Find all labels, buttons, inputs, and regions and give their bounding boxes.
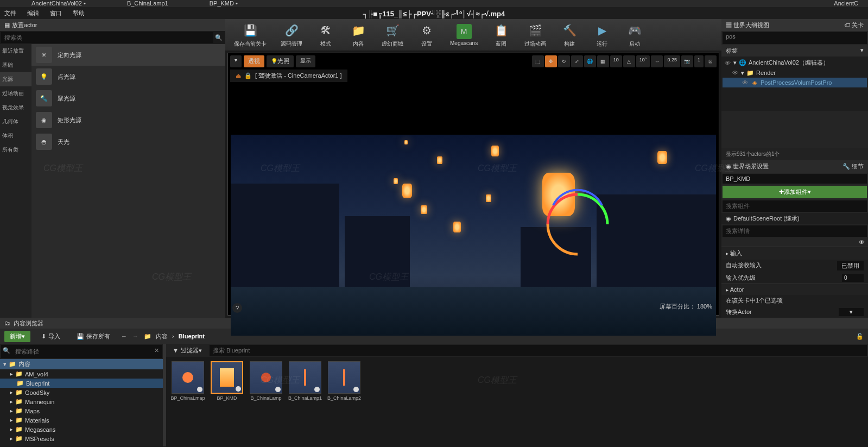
folder-goodsky[interactable]: ▸📁GoodSky: [0, 388, 163, 397]
chevron-icon[interactable]: ▾: [733, 59, 737, 66]
rotation-gizmo[interactable]: [537, 184, 618, 265]
chevron-icon[interactable]: ▸: [10, 389, 13, 396]
chevron-down-icon[interactable]: ▾: [860, 47, 864, 55]
megascans-button[interactable]: MMegascans: [446, 20, 482, 49]
chevron-icon[interactable]: ▾: [741, 70, 744, 77]
history-forward[interactable]: →: [132, 333, 138, 339]
history-back[interactable]: ←: [121, 333, 127, 339]
input-priority-field[interactable]: [842, 274, 864, 282]
folder-content[interactable]: ▾📁内容: [0, 359, 163, 369]
asset-b-chinalamp1[interactable]: B_ChinaLamp1: [288, 361, 322, 401]
world-settings-tab[interactable]: 世界场景设置: [733, 163, 769, 169]
chevron-icon[interactable]: ▸: [10, 426, 13, 433]
maximize-viewport[interactable]: ⊡: [705, 55, 717, 67]
sources-search[interactable]: [12, 345, 151, 358]
cinematics-button[interactable]: 🎬过场动画: [520, 20, 550, 49]
cat-volumes[interactable]: 体积: [0, 129, 31, 143]
camera-speed-icon[interactable]: 📷: [681, 55, 693, 67]
menu-window[interactable]: 窗口: [50, 9, 62, 17]
eject-icon[interactable]: ⏏: [236, 72, 241, 79]
play-button[interactable]: ▶运行: [588, 20, 616, 49]
content-button[interactable]: 📁内容: [345, 20, 372, 49]
asset-search[interactable]: [210, 345, 867, 356]
tree-world-item[interactable]: 👁▾🌐AncientChinaVol02（编辑器）: [723, 58, 867, 68]
details-tab[interactable]: 细节: [852, 163, 864, 169]
sky-light-item[interactable]: ◓天光: [31, 131, 225, 153]
place-actors-search[interactable]: [1, 32, 213, 43]
cat-vfx[interactable]: 视觉效果: [0, 100, 31, 115]
cat-all[interactable]: 所有类: [0, 143, 31, 157]
asset-bp-chinalmap[interactable]: BP_ChinaLmap: [170, 361, 205, 401]
asset-b-chinalamp[interactable]: B_ChinaLamp: [249, 361, 283, 401]
import-button[interactable]: ⬇ 导入: [36, 331, 66, 342]
source-control-button[interactable]: 🔗源码管理: [276, 20, 307, 49]
level-tab[interactable]: 关卡: [852, 22, 864, 28]
actor-section-header[interactable]: ▸ Actor: [721, 284, 868, 295]
marketplace-button[interactable]: 🛒虚幻商城: [377, 20, 408, 49]
filters-button[interactable]: ▼过滤器▾: [167, 345, 207, 356]
menu-file[interactable]: 文件: [4, 9, 16, 17]
folder-maps[interactable]: ▸📁Maps: [0, 406, 163, 415]
actor-name-field[interactable]: BP_KMD: [723, 174, 867, 184]
component-root[interactable]: ◉ DefaultSceneRoot (继承): [721, 213, 868, 224]
angle-snap-value[interactable]: 10°: [636, 55, 650, 67]
cat-recent[interactable]: 最近放置: [0, 44, 31, 58]
modes-button[interactable]: 🛠模式: [312, 20, 339, 49]
scale-snap-value[interactable]: 0.25: [664, 55, 680, 67]
viewport-options[interactable]: ▾: [230, 55, 242, 67]
tab-3[interactable]: BP_KMD •: [205, 0, 242, 7]
point-light-item[interactable]: 💡点光源: [31, 66, 225, 87]
grid-snap[interactable]: ▦: [597, 55, 609, 67]
eye-icon[interactable]: 👁: [742, 79, 749, 86]
save-all-button[interactable]: 💾 保存所有: [71, 331, 116, 342]
scale-mode[interactable]: ⤢: [571, 55, 583, 67]
rotate-mode[interactable]: ↻: [558, 55, 570, 67]
settings-button[interactable]: ⚙设置: [413, 20, 440, 49]
build-button[interactable]: 🔨构建: [556, 20, 583, 49]
chevron-icon[interactable]: ▸: [10, 398, 13, 405]
tree-folder-item[interactable]: 👁▾📁Render: [723, 68, 867, 78]
breadcrumb-content[interactable]: 内容: [156, 332, 168, 341]
menu-edit[interactable]: 编辑: [27, 9, 39, 17]
launch-button[interactable]: 🎮启动: [621, 20, 648, 49]
menu-help[interactable]: 帮助: [73, 9, 85, 17]
chevron-icon[interactable]: ▸: [10, 417, 13, 424]
cat-cinematic[interactable]: 过场动画: [0, 86, 31, 100]
breadcrumb-blueprint[interactable]: Blueprint: [179, 333, 205, 339]
tree-actor-item[interactable]: 👁◈PostProcessVolumPostPro: [723, 78, 867, 87]
cat-geometry[interactable]: 几何体: [0, 115, 31, 129]
chevron-down-icon[interactable]: ▾: [3, 361, 7, 368]
folder-materials[interactable]: ▸📁Materials: [0, 415, 163, 425]
tab-1[interactable]: AncientChinaVol02 •: [27, 0, 90, 7]
search-icon[interactable]: 🔍: [213, 32, 224, 43]
blueprints-button[interactable]: 📋蓝图: [487, 20, 515, 49]
folder-icon[interactable]: 📁: [144, 333, 151, 340]
input-section-header[interactable]: ▸ 输入: [721, 247, 868, 260]
scale-snap[interactable]: ↔: [651, 55, 663, 67]
show-button[interactable]: 显示: [296, 55, 315, 67]
folder-am-vol4[interactable]: ▸📁AM_vol4: [0, 369, 163, 379]
viewport[interactable]: ▾ 透视 💡光照 显示 ⬚ ✥ ↻ ⤢ 🌐 ▦ 10 △ 10° ↔ 0.25: [227, 53, 719, 316]
coord-toggle[interactable]: 🌐: [584, 55, 596, 67]
save-button[interactable]: 💾保存当前关卡: [230, 20, 271, 49]
translate-mode[interactable]: ✥: [545, 55, 557, 67]
eye-icon[interactable]: 👁: [725, 60, 731, 66]
rect-light-item[interactable]: ◉矩形光源: [31, 109, 225, 131]
angle-snap[interactable]: △: [623, 55, 635, 67]
folder-megascans[interactable]: ▸📁Megascans: [0, 425, 163, 434]
perspective-button[interactable]: 透视: [244, 55, 264, 67]
camera-speed-value[interactable]: 1: [694, 55, 704, 67]
tab-right[interactable]: AncientC: [829, 0, 863, 7]
folder-mannequin[interactable]: ▸📁Mannequin: [0, 397, 163, 406]
add-new-button[interactable]: 新增▾: [4, 331, 30, 342]
search-details-field[interactable]: 搜索详情: [723, 225, 867, 237]
lit-button[interactable]: 💡光照: [267, 55, 294, 67]
cat-basic[interactable]: 基础: [0, 58, 31, 72]
add-component-button[interactable]: ✚添加组件▾: [723, 186, 867, 198]
search-component-field[interactable]: 搜索组件: [723, 200, 867, 212]
convert-actor-dropdown[interactable]: ▾: [839, 308, 864, 316]
select-mode[interactable]: ⬚: [532, 55, 544, 67]
asset-bp-kmd[interactable]: BP_KMD: [210, 361, 244, 401]
tab-2[interactable]: B_ChinaLamp1: [123, 0, 173, 7]
chevron-icon[interactable]: ▸: [10, 435, 13, 442]
